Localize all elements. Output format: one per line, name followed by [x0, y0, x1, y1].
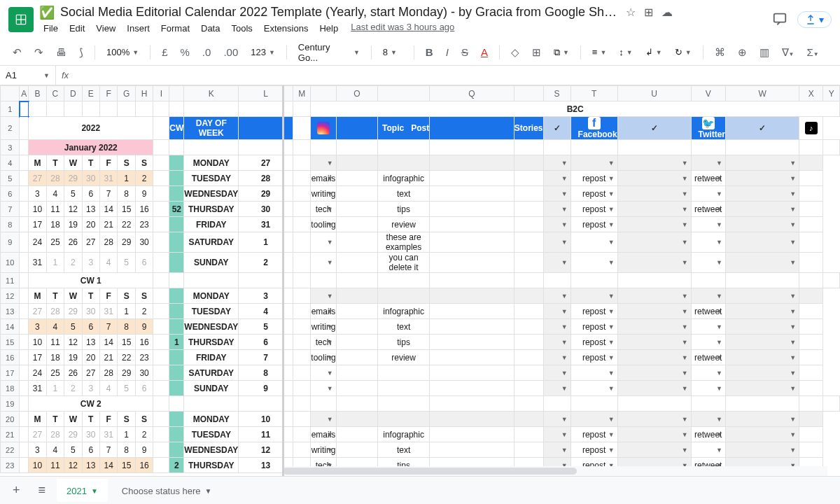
share-button[interactable]: ▾: [797, 11, 832, 28]
bold-button[interactable]: B: [421, 43, 438, 61]
menu-help[interactable]: Help: [315, 22, 342, 35]
horizontal-scrollbar[interactable]: [283, 466, 827, 476]
cell[interactable]: [293, 102, 310, 117]
cell[interactable]: [118, 102, 135, 117]
menu-file[interactable]: File: [39, 22, 62, 35]
zoom-select[interactable]: 100%▼: [102, 46, 143, 59]
cell[interactable]: [336, 140, 377, 155]
cell[interactable]: [64, 102, 82, 117]
paint-format-button[interactable]: ⟆: [75, 43, 88, 62]
redo-button[interactable]: ↷: [30, 43, 48, 62]
col-header-O[interactable]: O: [336, 86, 377, 102]
col-header-I[interactable]: I: [153, 86, 169, 102]
cell[interactable]: [378, 273, 430, 288]
cell[interactable]: [799, 140, 823, 155]
cell[interactable]: [46, 102, 64, 117]
cell[interactable]: [336, 396, 377, 412]
cell[interactable]: [430, 140, 514, 155]
borders-button[interactable]: ⊞: [528, 43, 545, 62]
undo-button[interactable]: ↶: [8, 43, 26, 62]
col-header-P[interactable]: [378, 86, 430, 102]
cell[interactable]: [311, 396, 336, 412]
col-header-Q[interactable]: Q: [430, 86, 514, 102]
cell[interactable]: [378, 396, 430, 412]
menu-edit[interactable]: Edit: [65, 22, 89, 35]
cell[interactable]: [823, 140, 840, 155]
cell[interactable]: [135, 102, 153, 117]
cell[interactable]: [570, 273, 617, 288]
cell[interactable]: [799, 273, 823, 288]
col-header-Y[interactable]: Y: [823, 86, 840, 102]
rotate-button[interactable]: ↻▼: [671, 46, 696, 59]
cell[interactable]: [239, 396, 293, 412]
cell[interactable]: [514, 140, 543, 155]
cell[interactable]: [823, 273, 840, 288]
col-header-J[interactable]: [169, 86, 184, 102]
col-header-F[interactable]: F: [99, 86, 117, 102]
cell[interactable]: [617, 140, 691, 155]
cell[interactable]: [184, 102, 239, 117]
col-header-T[interactable]: T: [570, 86, 617, 102]
cell[interactable]: [430, 396, 514, 412]
cell[interactable]: [543, 140, 570, 155]
formula-input[interactable]: [74, 70, 840, 80]
col-header-N[interactable]: [311, 86, 336, 102]
cell[interactable]: [726, 396, 799, 412]
cell[interactable]: [823, 396, 840, 412]
sheet-tab-status[interactable]: Choose status here ▼: [112, 479, 222, 502]
merge-button[interactable]: ⧉▼: [550, 46, 573, 59]
col-header-K[interactable]: K: [184, 86, 239, 102]
cell[interactable]: [617, 396, 691, 412]
cell[interactable]: [153, 140, 169, 155]
fill-color-button[interactable]: ◇: [507, 43, 524, 62]
add-sheet-button[interactable]: +: [6, 479, 27, 502]
star-icon[interactable]: ☆: [626, 6, 636, 19]
col-header-L[interactable]: L: [239, 86, 293, 102]
col-header-M[interactable]: M: [293, 86, 310, 102]
col-header-S[interactable]: S: [543, 86, 570, 102]
cell[interactable]: [311, 140, 336, 155]
cell[interactable]: [29, 102, 46, 117]
menu-view[interactable]: View: [92, 22, 120, 35]
menu-insert[interactable]: Insert: [122, 22, 154, 35]
link-button[interactable]: ⌘: [710, 43, 729, 62]
menu-format[interactable]: Format: [157, 22, 194, 35]
percent-button[interactable]: %: [176, 43, 194, 61]
cell[interactable]: [169, 273, 184, 288]
cell[interactable]: [799, 396, 823, 412]
col-header-A[interactable]: A: [20, 86, 29, 102]
valign-button[interactable]: ↕▼: [615, 46, 636, 59]
cell[interactable]: [169, 102, 184, 117]
cell[interactable]: [378, 140, 430, 155]
cell[interactable]: [430, 273, 514, 288]
cell[interactable]: [691, 273, 725, 288]
wrap-button[interactable]: ↲▼: [641, 46, 666, 59]
spreadsheet-grid[interactable]: ABCDEFGHIKLMOQSTUVWXY1B2C22022CWDAY OF W…: [0, 85, 840, 473]
number-format-select[interactable]: 123▼: [246, 46, 279, 59]
menu-extensions[interactable]: Extensions: [260, 22, 313, 35]
comments-icon[interactable]: [772, 11, 788, 29]
cell[interactable]: [153, 102, 169, 117]
all-sheets-button[interactable]: ≡: [31, 479, 53, 502]
cell[interactable]: [514, 273, 543, 288]
menu-tools[interactable]: Tools: [227, 22, 256, 35]
last-edit-link[interactable]: Last edit was 3 hours ago: [351, 22, 454, 35]
cell[interactable]: [184, 140, 239, 155]
col-header-D[interactable]: D: [64, 86, 82, 102]
cell[interactable]: [543, 396, 570, 412]
cell[interactable]: [293, 140, 310, 155]
currency-button[interactable]: £: [158, 43, 172, 61]
doc-title[interactable]: Social Media Editorial Calendar 2022 Tem…: [60, 5, 620, 20]
cell[interactable]: [570, 140, 617, 155]
freeze-line[interactable]: [282, 85, 284, 476]
increase-decimal-button[interactable]: .00: [219, 43, 242, 61]
text-color-button[interactable]: A: [477, 43, 492, 61]
col-header-V[interactable]: V: [691, 86, 725, 102]
cell[interactable]: [543, 273, 570, 288]
cell[interactable]: [336, 273, 377, 288]
cell[interactable]: [293, 273, 310, 288]
cell[interactable]: [99, 102, 117, 117]
col-header-X[interactable]: X: [799, 86, 823, 102]
cloud-icon[interactable]: ☁: [662, 6, 673, 19]
select-all[interactable]: [1, 86, 20, 102]
